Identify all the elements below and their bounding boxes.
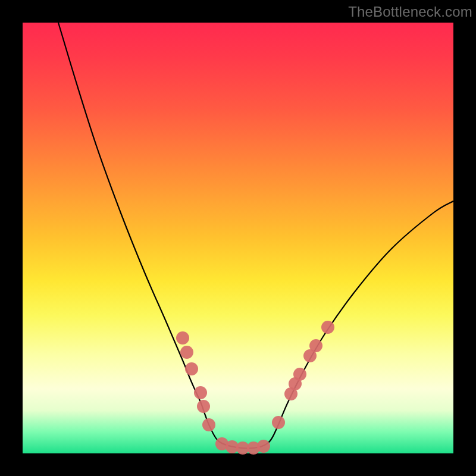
data-marker bbox=[197, 400, 210, 413]
outer-frame: TheBottleneck.com bbox=[0, 0, 476, 476]
data-marker bbox=[309, 339, 322, 352]
data-marker bbox=[257, 440, 270, 453]
data-marker bbox=[272, 416, 285, 429]
data-marker bbox=[194, 386, 207, 399]
data-markers bbox=[176, 321, 334, 455]
curve-path-group bbox=[58, 23, 453, 448]
data-marker bbox=[180, 346, 193, 359]
data-marker bbox=[321, 321, 334, 334]
data-marker bbox=[202, 418, 215, 431]
bottleneck-curve bbox=[58, 23, 453, 448]
data-marker bbox=[176, 331, 189, 345]
data-marker bbox=[293, 368, 306, 381]
data-marker bbox=[185, 362, 198, 375]
plot-area bbox=[23, 23, 453, 453]
chart-svg bbox=[23, 23, 453, 453]
watermark-text: TheBottleneck.com bbox=[348, 4, 472, 20]
